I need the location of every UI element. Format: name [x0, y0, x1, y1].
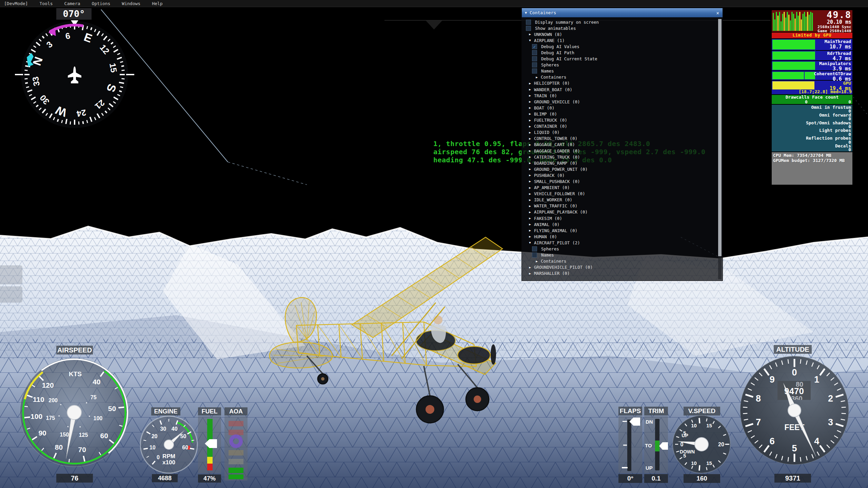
tree-node-row[interactable]: ▶MARSHALLER (0) [522, 270, 723, 277]
chevron-right-icon[interactable]: ▶ [528, 229, 532, 232]
chevron-down-icon[interactable]: ▼ [528, 241, 532, 244]
tree-checkbox-row[interactable]: Show animatables [522, 25, 723, 31]
tree-node-row[interactable]: ▶HUMAN (0) [522, 233, 723, 240]
containers-panel-titlebar[interactable]: ▼ Containers ✕ [522, 8, 723, 17]
tree-node-row[interactable]: ▶UNKNOWN (8) [522, 31, 723, 37]
flaps-track[interactable] [627, 420, 631, 471]
checkbox[interactable] [532, 68, 537, 74]
chevron-right-icon[interactable]: ▶ [528, 266, 532, 269]
tree-node-row[interactable]: ▼AIRPLANE (1) [522, 37, 723, 43]
tree-node-row[interactable]: ▶WATER_TRAFFIC (0) [522, 203, 723, 209]
checkbox-checked[interactable]: ✓ [532, 44, 537, 49]
chevron-right-icon[interactable]: ▶ [528, 174, 532, 177]
tree-node-row[interactable]: ▶HELICOPTER (0) [522, 80, 723, 86]
chevron-right-icon[interactable]: ▶ [528, 235, 532, 238]
tree-node-row[interactable]: ▶FLYING_ANIMAL (0) [522, 227, 723, 233]
tree-node-row[interactable]: ▶AP_AMBIENT (0) [522, 185, 723, 191]
tree-node-row[interactable]: ▶GROUND_POWER_UNIT (0) [522, 166, 723, 172]
containers-tree: Display summary on screenShow animatable… [522, 17, 723, 281]
chevron-right-icon[interactable]: ▶ [528, 167, 532, 171]
chevron-right-icon[interactable]: ▶ [528, 155, 532, 159]
close-icon[interactable]: ✕ [716, 10, 719, 16]
menu-item-tools[interactable]: Tools [39, 1, 53, 6]
tree-node-row[interactable]: ▶ANIMAL (0) [522, 221, 723, 227]
tree-node-row[interactable]: ▶IDLE_WORKER (0) [522, 197, 723, 203]
chevron-right-icon[interactable]: ▶ [528, 204, 532, 208]
chevron-right-icon[interactable]: ▶ [528, 161, 532, 165]
tree-node-row[interactable]: ▶BLIMP (0) [522, 111, 723, 117]
tree-node-row[interactable]: ▶BOARDING_RAMP (0) [522, 160, 723, 166]
chevron-right-icon[interactable]: ▶ [528, 125, 532, 128]
tree-checkbox-row[interactable]: Debug AI Path [522, 49, 723, 56]
tree-node-row[interactable]: ▶WANDER_BOAT (0) [522, 86, 723, 93]
toolbar-expand-arrow-icon[interactable] [426, 21, 442, 29]
chevron-right-icon[interactable]: ▶ [528, 106, 532, 109]
collapse-arrow-icon[interactable]: ▼ [525, 11, 527, 15]
tree-node-row[interactable]: ▶CONTROL_TOWER (0) [522, 136, 723, 142]
chevron-right-icon[interactable]: ▶ [528, 82, 532, 85]
chevron-right-icon[interactable]: ▶ [528, 192, 532, 196]
tree-node-row[interactable]: ▶AIRPLANE_PLAYBACK (0) [522, 209, 723, 215]
tree-node-row[interactable]: ▶Containers [522, 74, 723, 80]
fps-history-bars [773, 11, 814, 32]
chevron-right-icon[interactable]: ▶ [528, 210, 532, 214]
chevron-down-icon[interactable]: ▼ [528, 39, 532, 42]
tree-node-row[interactable]: ▶BAGGAGE_LOADER (0) [522, 148, 723, 154]
chevron-right-icon[interactable]: ▶ [528, 88, 532, 91]
tree-node-row[interactable]: ▶BOAT (0) [522, 105, 723, 111]
chevron-right-icon[interactable]: ▶ [528, 217, 532, 220]
chevron-right-icon[interactable]: ▶ [535, 260, 539, 263]
chevron-right-icon[interactable]: ▶ [528, 33, 532, 36]
tree-checkbox-row[interactable]: Spheres [522, 62, 723, 68]
chevron-right-icon[interactable]: ▶ [528, 272, 532, 275]
tree-checkbox-row[interactable]: Debug AI Current State [522, 56, 723, 62]
tree-node-row[interactable]: ▶TRAIN (0) [522, 93, 723, 99]
checkbox[interactable] [532, 50, 537, 55]
tree-node-row[interactable]: ▶BAGGAGE_CART (0) [522, 142, 723, 148]
tree-node-row[interactable]: ▼AIRCRAFT_PILOT (2) [522, 240, 723, 246]
menu-item-windows[interactable]: Windows [122, 1, 140, 6]
tree-checkbox-row[interactable]: Names [522, 68, 723, 74]
menu-item-help[interactable]: Help [152, 1, 162, 6]
tree-node-row[interactable]: ▶FUELTRUCK (0) [522, 117, 723, 123]
checkbox[interactable] [532, 252, 537, 258]
chevron-right-icon[interactable]: ▶ [535, 76, 539, 79]
tree-node-row[interactable]: ▶GROUNDVEHICLE_PILOT (0) [522, 264, 723, 270]
chevron-right-icon[interactable]: ▶ [528, 198, 532, 202]
tree-node-row[interactable]: ▶CONTAINER (0) [522, 123, 723, 129]
tree-node-row[interactable]: ▶GROUND_VEHICLE (0) [522, 99, 723, 105]
checkbox[interactable] [526, 26, 531, 31]
chevron-right-icon[interactable]: ▶ [528, 143, 532, 146]
row-label: CONTROL_TOWER (0) [534, 136, 577, 141]
chevron-right-icon[interactable]: ▶ [528, 137, 532, 140]
checkbox[interactable] [532, 246, 537, 251]
tree-checkbox-row[interactable]: Names [522, 252, 723, 258]
chevron-right-icon[interactable]: ▶ [528, 131, 532, 134]
checkbox[interactable] [526, 20, 531, 25]
menu-item-options[interactable]: Options [92, 1, 111, 6]
chevron-right-icon[interactable]: ▶ [528, 112, 532, 116]
chevron-right-icon[interactable]: ▶ [528, 149, 532, 152]
chevron-right-icon[interactable]: ▶ [528, 100, 532, 103]
checkbox[interactable] [532, 62, 537, 67]
chevron-right-icon[interactable]: ▶ [528, 180, 532, 183]
chevron-right-icon[interactable]: ▶ [528, 223, 532, 226]
tree-node-row[interactable]: ▶VEHICLE_FOLLOWER (0) [522, 191, 723, 197]
chevron-right-icon[interactable]: ▶ [528, 119, 532, 122]
menu-item-camera[interactable]: Camera [64, 1, 80, 6]
tree-checkbox-row[interactable]: ✓Debug AI Values [522, 43, 723, 49]
chevron-right-icon[interactable]: ▶ [528, 186, 532, 189]
panel-scrollbar[interactable] [718, 19, 722, 279]
tree-checkbox-row[interactable]: Display summary on screen [522, 19, 723, 25]
tree-node-row[interactable]: ▶Containers [522, 258, 723, 264]
menu-item-devmode[interactable]: [DevMode] [4, 1, 28, 6]
scrollbar-thumb[interactable] [718, 19, 722, 256]
chevron-right-icon[interactable]: ▶ [528, 94, 532, 97]
tree-checkbox-row[interactable]: Spheres [522, 246, 723, 252]
checkbox[interactable] [532, 56, 537, 61]
tree-node-row[interactable]: ▶FAKESIM (0) [522, 215, 723, 221]
tree-node-row[interactable]: ▶SMALL_PUSHBACK (0) [522, 178, 723, 184]
tree-node-row[interactable]: ▶PUSHBACK (0) [522, 172, 723, 178]
tree-node-row[interactable]: ▶LIQUID (0) [522, 129, 723, 136]
tree-node-row[interactable]: ▶CATERING_TRUCK (0) [522, 154, 723, 160]
